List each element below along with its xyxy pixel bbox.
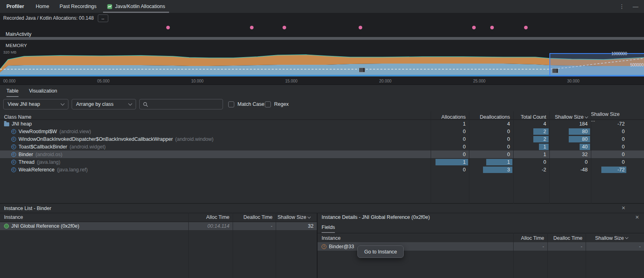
- class-icon: [11, 160, 16, 165]
- cell-value: 1: [543, 152, 549, 157]
- allocation-event-dot[interactable]: [524, 26, 528, 29]
- regex-control[interactable]: Regex: [265, 99, 289, 109]
- class-name: Toast$CallbackBinder: [19, 144, 67, 150]
- column-header-instance[interactable]: Instance: [0, 214, 188, 220]
- search-box[interactable]: [139, 99, 223, 109]
- topbar: Profiler Home Past Recordings Java/Kotli…: [0, 0, 644, 13]
- column-header-dealloc-time[interactable]: Dealloc Time: [547, 235, 586, 241]
- column-label: Dealloc Time: [244, 214, 272, 220]
- column-label: Class Name: [4, 114, 31, 120]
- axis-tick: 15.000: [285, 79, 298, 83]
- class-row[interactable]: WindowOnBackInvokedDispatcher$OnBackInvo…: [0, 135, 644, 143]
- tab-label: Past Recordings: [60, 4, 97, 9]
- regex-checkbox[interactable]: [265, 101, 271, 107]
- axis-tick: 10.000: [191, 79, 204, 83]
- allocation-event-dot[interactable]: [490, 26, 494, 29]
- cell-value: 0: [507, 144, 513, 150]
- activity-timeline-bar[interactable]: [0, 37, 644, 40]
- column-header-alloc-time[interactable]: Alloc Time: [513, 235, 547, 241]
- column-label: Deallocations: [480, 114, 510, 120]
- arrange-dropdown[interactable]: Arrange by class: [72, 99, 136, 109]
- close-icon[interactable]: ✕: [621, 205, 625, 211]
- heap-dropdown[interactable]: View JNI heap: [3, 99, 68, 109]
- memory-chart[interactable]: [0, 40, 644, 78]
- tab-fields[interactable]: Fields: [322, 222, 335, 233]
- column-label: Dealloc Time: [553, 235, 582, 241]
- tab-label: Home: [36, 4, 49, 9]
- package-name: (android.window): [175, 136, 213, 142]
- alloc-time-value: -: [543, 244, 544, 249]
- cell-value: 0: [463, 152, 469, 157]
- class-icon: [11, 167, 16, 172]
- more-options-icon[interactable]: ⋮: [619, 3, 625, 10]
- memory-section: MEMORY 320 MB 1000000 500000 00.00005.00…: [0, 40, 644, 84]
- column-header-shallow-size[interactable]: Shallow Size: [276, 214, 317, 220]
- tab-java-kotlin-allocations[interactable]: Java/Kotlin Allocations: [102, 0, 170, 13]
- instance-details-titlebar: Instance Details - JNI Global Reference …: [318, 213, 644, 222]
- instance-list-header: Instance Alloc Time Dealloc Time Shallow…: [0, 213, 317, 222]
- match-case-checkbox[interactable]: [228, 101, 234, 107]
- column-label: Shallow Size: [555, 114, 584, 120]
- instance-list-panel: Instance Alloc Time Dealloc Time Shallow…: [0, 213, 317, 278]
- fit-icon: ↔: [101, 16, 105, 21]
- cell-value: 1: [463, 159, 469, 165]
- tab-home[interactable]: Home: [31, 0, 54, 13]
- column-header-deallocations[interactable]: Deallocations: [469, 114, 513, 120]
- heap-icon: [4, 122, 9, 126]
- class-row[interactable]: Thread(java.lang)11000: [0, 158, 644, 166]
- minimize-icon[interactable]: —: [633, 3, 638, 10]
- allocation-event-dot[interactable]: [283, 26, 286, 29]
- close-icon[interactable]: ✕: [635, 214, 639, 220]
- column-label: Alloc Time: [521, 235, 544, 241]
- allocation-event-dot[interactable]: [166, 26, 170, 29]
- allocation-event-dot[interactable]: [472, 26, 476, 29]
- column-label: Allocations: [442, 114, 466, 120]
- class-row[interactable]: WeakReference(java.lang.ref)03-2-48-72: [0, 166, 644, 173]
- instance-row[interactable]: JNI Global Reference (0x2f0e) 00:14.114 …: [0, 222, 317, 230]
- tab-label: Fields: [322, 224, 335, 230]
- events-strip: [0, 23, 644, 32]
- app-title: Profiler: [6, 4, 24, 9]
- tab-past-recordings[interactable]: Past Recordings: [54, 0, 102, 13]
- column-header-shallow-size[interactable]: Shallow Size: [586, 235, 644, 241]
- match-case-control[interactable]: Match Case: [228, 99, 264, 109]
- class-row[interactable]: JNI heap144184-72: [0, 120, 644, 128]
- sort-descending-icon: [625, 236, 628, 239]
- column-header-instance[interactable]: Instance: [318, 235, 513, 241]
- gc-event-icon[interactable]: [552, 68, 558, 73]
- column-header-dealloc-time[interactable]: Dealloc Time: [233, 214, 276, 220]
- allocation-event-dot[interactable]: [250, 26, 254, 29]
- cell-value: 4: [543, 121, 549, 127]
- column-header-shallow-size[interactable]: Shallow Size: [549, 114, 591, 120]
- timeline-selection[interactable]: 1000000 500000: [549, 53, 644, 76]
- allocation-event-dot[interactable]: [359, 26, 362, 29]
- field-icon: [322, 244, 326, 249]
- cell-value: 0: [622, 159, 644, 165]
- column-header-class-name[interactable]: Class Name: [0, 114, 431, 120]
- search-input[interactable]: [151, 101, 219, 107]
- class-row[interactable]: Toast$CallbackBinder(android.widget)0014…: [0, 143, 644, 150]
- cell-value: 0: [463, 129, 469, 134]
- gc-event-icon[interactable]: [359, 68, 365, 72]
- cell-value: 0: [585, 159, 591, 165]
- class-table-body: JNI heap144184-72ViewRootImpl$W(android.…: [0, 120, 644, 173]
- class-icon: [11, 152, 16, 157]
- cell-value: 80: [582, 129, 591, 134]
- column-header-alloc-time[interactable]: Alloc Time: [188, 214, 233, 220]
- cell-value: 1: [507, 159, 513, 165]
- checkbox-label: Match Case: [237, 101, 264, 107]
- cell-value: 0: [507, 129, 513, 134]
- tab-table[interactable]: Table: [6, 85, 19, 97]
- objects-axis-label: 500000: [630, 63, 644, 67]
- cell-value: 32: [582, 152, 591, 157]
- go-to-instance-menu-item[interactable]: Go to Instance: [358, 249, 403, 255]
- instance-details-title: Instance Details - JNI Global Reference …: [322, 214, 430, 220]
- class-row[interactable]: ViewRootImpl$W(android.view)002800: [0, 128, 644, 135]
- tab-visualization[interactable]: Visualization: [29, 85, 57, 97]
- class-row[interactable]: Binder(android.os)001320: [0, 150, 644, 158]
- zoom-to-fit-button[interactable]: ↔: [98, 14, 108, 22]
- activity-label: MainActivity: [6, 31, 31, 37]
- column-header-allocations[interactable]: Allocations: [431, 114, 469, 120]
- package-name: (android.os): [35, 152, 62, 157]
- column-header-total-count[interactable]: Total Count: [513, 114, 549, 120]
